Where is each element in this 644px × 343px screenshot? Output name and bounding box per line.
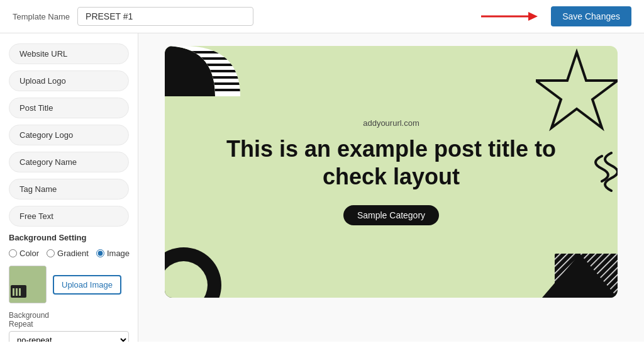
background-setting-section: Background Setting Color Gradient Image xyxy=(9,233,129,342)
sidebar-item-website-url[interactable]: Website URL xyxy=(9,43,129,64)
svg-rect-6 xyxy=(19,288,21,296)
header: Template Name Save Changes xyxy=(0,0,644,33)
bg-repeat-row: BackgroundRepeat no-repeat repeat repeat… xyxy=(9,311,129,342)
bg-image-row: Upload Image xyxy=(9,266,129,303)
bg-radio-image[interactable]: Image xyxy=(96,249,130,258)
bg-repeat-select[interactable]: no-repeat repeat repeat-x repeat-y xyxy=(9,331,129,342)
bg-radio-group: Color Gradient Image xyxy=(9,249,129,258)
sidebar-item-post-title[interactable]: Post Title xyxy=(9,98,129,118)
svg-marker-1 xyxy=(528,12,538,21)
main-layout: Website URL Upload Logo Post Title Categ… xyxy=(0,33,644,342)
shape-right-wave xyxy=(580,147,618,197)
template-name-input[interactable] xyxy=(77,7,253,26)
bg-radio-image-label: Image xyxy=(107,249,130,258)
sidebar-item-category-name[interactable]: Category Name xyxy=(9,152,129,172)
card-title: This is an example post title to check l… xyxy=(215,135,567,189)
shape-bottom-right xyxy=(542,228,618,298)
background-section-label: Background Setting xyxy=(9,233,129,242)
sidebar-item-tag-name[interactable]: Tag Name xyxy=(9,179,129,200)
header-right: Save Changes xyxy=(253,6,631,26)
bg-repeat-label: BackgroundRepeat xyxy=(9,311,129,329)
svg-rect-4 xyxy=(13,288,14,296)
bg-radio-gradient[interactable]: Gradient xyxy=(47,249,89,258)
bg-radio-color-input[interactable] xyxy=(9,249,17,257)
upload-image-button[interactable]: Upload Image xyxy=(53,275,121,295)
sidebar-item-upload-logo[interactable]: Upload Logo xyxy=(9,70,129,91)
bg-image-thumbnail xyxy=(9,266,47,303)
svg-rect-2 xyxy=(9,266,47,303)
save-changes-button[interactable]: Save Changes xyxy=(551,6,631,26)
bg-radio-image-input[interactable] xyxy=(96,249,104,257)
card-category-badge: Sample Category xyxy=(343,205,439,225)
card-url: addyoururl.com xyxy=(215,118,567,128)
svg-rect-5 xyxy=(16,288,18,296)
sidebar: Website URL Upload Logo Post Title Categ… xyxy=(0,33,138,342)
sidebar-item-category-logo[interactable]: Category Logo xyxy=(9,125,129,145)
bg-radio-color-label: Color xyxy=(19,249,39,258)
sidebar-item-free-text[interactable]: Free Text xyxy=(9,206,129,227)
bg-radio-gradient-label: Gradient xyxy=(57,249,89,258)
bg-radio-gradient-input[interactable] xyxy=(47,249,55,257)
bg-radio-color[interactable]: Color xyxy=(9,249,39,258)
preview-card: addyoururl.com This is an example post t… xyxy=(165,46,618,298)
preview-area: addyoururl.com This is an example post t… xyxy=(138,33,644,342)
arrow-icon xyxy=(478,7,541,26)
card-content: addyoururl.com This is an example post t… xyxy=(203,106,580,237)
template-name-label: Template Name xyxy=(13,12,70,21)
